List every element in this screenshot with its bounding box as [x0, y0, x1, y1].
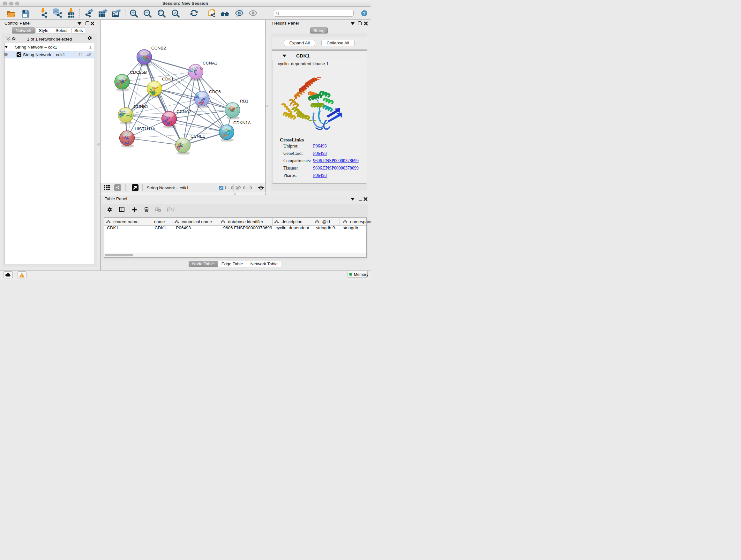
svg-text:CCNB1: CCNB1: [134, 104, 148, 109]
svg-text:CDC25B: CDC25B: [130, 70, 147, 75]
svg-text:CDC6: CDC6: [209, 89, 221, 94]
svg-text:CCNA1: CCNA1: [203, 61, 217, 65]
svg-text:CCNA2: CCNA2: [177, 109, 191, 114]
svg-text:CCNB2: CCNB2: [151, 46, 166, 51]
svg-text:CCNE1: CCNE1: [191, 134, 205, 138]
svg-text:CDKN1A: CDKN1A: [233, 120, 251, 125]
svg-text:HIST1H1A: HIST1H1A: [135, 126, 155, 131]
svg-text:RB1: RB1: [240, 99, 248, 104]
svg-text:CDK1: CDK1: [162, 77, 174, 81]
